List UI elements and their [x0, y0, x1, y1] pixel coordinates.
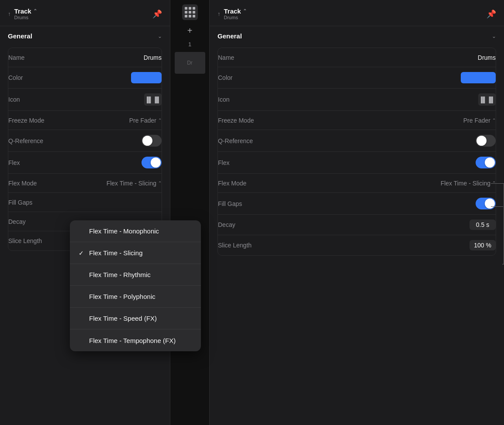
right-header-left: ↑ Track ⌃ Drums	[217, 7, 247, 20]
right-freeze-text: Pre Fader	[463, 117, 490, 124]
grid-dot-8	[189, 15, 191, 17]
right-icon-box[interactable]: ▐▌▐▌	[478, 93, 496, 106]
grid-dot-1	[185, 7, 187, 10]
left-toggle-flex-knob	[151, 158, 161, 168]
left-row-flex: Flex	[8, 152, 162, 174]
left-label-freeze: Freeze Mode	[8, 117, 44, 124]
grid-view-button[interactable]	[182, 4, 198, 20]
left-general-header[interactable]: General ⌄	[8, 26, 162, 44]
grid-dot-7	[185, 15, 187, 17]
right-value-decay[interactable]: 0.5 s	[469, 219, 496, 230]
dropdown-item-monophonic[interactable]: Flex Time - Monophonic	[70, 220, 201, 242]
left-color-swatch[interactable]	[131, 72, 162, 83]
track-preview: Dr	[175, 52, 205, 74]
right-label-name: Name	[218, 54, 234, 61]
right-label-decay: Decay	[218, 221, 235, 228]
right-general-title: General	[217, 32, 242, 40]
left-freeze-value[interactable]: Pre Fader ⌃	[129, 117, 162, 124]
dropdown-item-tempophone[interactable]: Flex Time - Tempophone (FX)	[70, 329, 201, 351]
right-row-icon: Icon ▐▌▐▌	[218, 89, 496, 111]
add-track-button[interactable]: +	[184, 24, 196, 37]
dropdown-item-rhythmic[interactable]: Flex Time - Rhythmic	[70, 264, 201, 286]
left-pin-icon[interactable]: 📌	[152, 9, 162, 19]
left-label-color: Color	[8, 74, 23, 81]
up-arrow-icon-right[interactable]: ↑	[217, 10, 221, 17]
checkmark-polyphonic	[79, 293, 87, 300]
add-icon: +	[187, 26, 193, 36]
right-row-freeze: Freeze Mode Pre Fader ⌃	[218, 111, 496, 130]
left-label-decay: Decay	[8, 218, 26, 225]
right-flexmode-value[interactable]: Flex Time - Slicing ⌃	[441, 180, 496, 187]
checkmark-monophonic	[79, 228, 87, 235]
right-label-fillgaps: Fill Gaps	[218, 200, 242, 207]
left-general-section: General ⌄ Name Drums Color Icon ▐▌▐▌	[0, 26, 170, 251]
left-track-name: Track	[14, 7, 31, 15]
right-general-header[interactable]: General ⌄	[217, 26, 496, 44]
left-label-flex: Flex	[8, 159, 20, 166]
left-track-chevron[interactable]: ⌃	[33, 8, 37, 14]
right-label-freeze: Freeze Mode	[218, 117, 254, 124]
callout-line-1	[491, 183, 503, 184]
left-toggle-qref[interactable]	[142, 135, 162, 147]
right-row-name: Name Drums	[218, 48, 496, 67]
left-general-chevron: ⌄	[158, 33, 162, 39]
right-value-slicelength[interactable]: 100 %	[469, 240, 496, 250]
left-flexmode-chevron: ⌃	[158, 181, 162, 185]
right-general-content: Name Drums Color Icon ▐▌▐▌ Freeze Mode P…	[217, 48, 496, 256]
right-toggle-qref-knob	[476, 136, 487, 146]
right-toggle-flex[interactable]	[476, 157, 496, 168]
left-toggle-flex[interactable]	[142, 157, 162, 168]
right-label-color: Color	[218, 74, 232, 81]
right-row-flex: Flex	[218, 152, 496, 174]
left-flexmode-value[interactable]: Flex Time - Slicing ⌃	[107, 180, 162, 187]
right-panel: ↑ Track ⌃ Drums 📌 General ⌄ Name Drums	[210, 0, 504, 425]
checkmark-speed	[79, 315, 87, 322]
left-row-icon: Icon ▐▌▐▌	[8, 89, 162, 111]
dropdown-item-speed[interactable]: Flex Time - Speed (FX)	[70, 308, 201, 329]
left-flexmode-text: Flex Time - Slicing	[107, 180, 156, 187]
right-toggle-qref[interactable]	[476, 135, 496, 147]
right-label-slicelength: Slice Length	[218, 242, 252, 249]
right-freeze-chevron: ⌃	[492, 118, 496, 123]
right-row-qref: Q-Reference	[218, 130, 496, 152]
left-icon-box[interactable]: ▐▌▐▌	[144, 93, 162, 106]
left-toggle-qref-knob	[142, 136, 152, 146]
right-freeze-value[interactable]: Pre Fader ⌃	[463, 117, 496, 124]
left-general-title: General	[8, 32, 32, 40]
left-label-qref: Q-Reference	[8, 137, 43, 144]
right-color-swatch[interactable]	[461, 72, 496, 83]
left-track-label: Track ⌃ Drums	[14, 7, 37, 20]
grid-dot-6	[193, 11, 195, 14]
grid-dot-3	[193, 7, 195, 10]
right-pin-icon[interactable]: 📌	[487, 9, 496, 19]
right-track-subtitle: Drums	[224, 15, 247, 20]
up-arrow-icon-left[interactable]: ↑	[8, 10, 11, 17]
left-label-slicelength: Slice Length	[8, 237, 42, 244]
dropdown-item-slicing[interactable]: ✓ Flex Time - Slicing	[70, 242, 201, 264]
grid-dot-4	[185, 11, 187, 14]
left-row-flexmode: Flex Mode Flex Time - Slicing ⌃	[8, 174, 162, 193]
right-track-name: Track	[224, 7, 241, 15]
left-row-qref: Q-Reference	[8, 130, 162, 152]
right-row-flexmode: Flex Mode Flex Time - Slicing ⌃	[218, 174, 496, 193]
right-row-fillgaps: Fill Gaps	[218, 193, 496, 215]
checkmark-slicing: ✓	[79, 250, 87, 257]
track-number: 1	[188, 41, 191, 48]
dropdown-item-polyphonic[interactable]: Flex Time - Polyphonic	[70, 286, 201, 308]
left-track-title: Track ⌃	[14, 7, 37, 15]
left-row-fillgaps: Fill Gaps	[8, 193, 162, 212]
left-value-name: Drums	[144, 54, 162, 61]
right-track-title: Track ⌃	[224, 7, 247, 15]
dropdown-label-rhythmic: Flex Time - Rhythmic	[89, 271, 151, 278]
right-row-color: Color	[218, 67, 496, 89]
right-track-chevron[interactable]: ⌃	[243, 8, 247, 14]
right-general-chevron: ⌄	[492, 33, 496, 39]
dropdown-label-polyphonic: Flex Time - Polyphonic	[89, 293, 155, 300]
left-freeze-text: Pre Fader	[129, 117, 156, 124]
left-row-name: Name Drums	[8, 48, 162, 67]
right-flexmode-text: Flex Time - Slicing	[441, 180, 490, 187]
grid-dot-5	[189, 11, 191, 14]
left-row-color: Color	[8, 67, 162, 89]
right-toggle-flex-knob	[485, 158, 495, 168]
grid-dot-2	[189, 7, 191, 10]
